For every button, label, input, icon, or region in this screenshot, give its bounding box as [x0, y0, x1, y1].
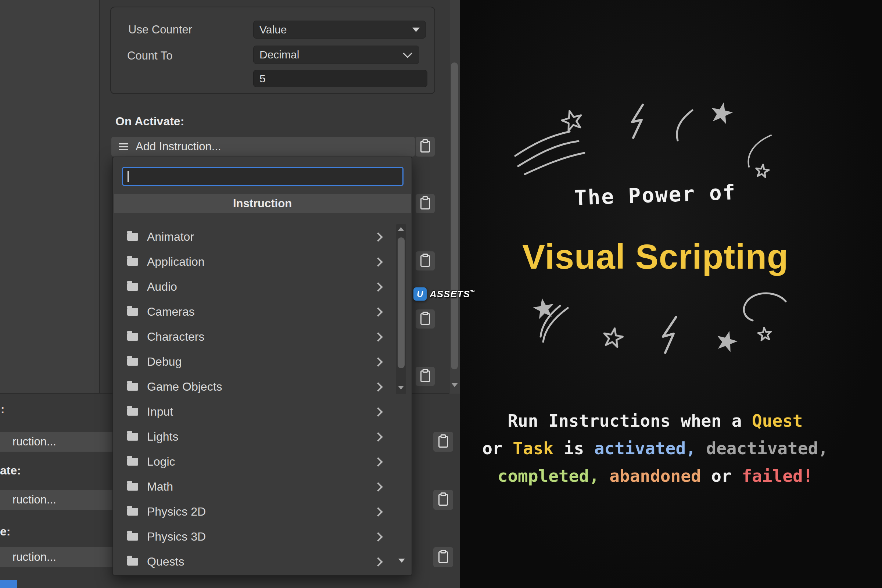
count-to-dropdown-value: Decimal [260, 48, 299, 61]
partial-deactivate-label: ate: [0, 464, 21, 477]
folder-icon [127, 433, 138, 441]
clipboard-button[interactable] [433, 490, 453, 510]
list-item-logic[interactable]: Logic [113, 449, 412, 474]
clipboard-button[interactable] [416, 367, 435, 386]
chevron-right-icon [374, 507, 382, 516]
partial-complete-label: e: [0, 525, 10, 538]
list-item-debug[interactable]: Debug [113, 349, 412, 374]
list-item-cameras[interactable]: Cameras [113, 299, 412, 324]
clipboard-icon [438, 436, 448, 448]
clipboard-icon [420, 141, 430, 153]
folder-icon [127, 358, 138, 366]
clipboard-icon [438, 494, 448, 506]
promo-tagline: The Power of [460, 176, 867, 214]
chevron-right-icon [374, 407, 382, 416]
scrollbar-down-arrow-icon[interactable] [398, 386, 404, 390]
instruction-picker-dropdown: Instruction Animator Application Audio C… [112, 156, 412, 576]
chevron-down-icon [403, 49, 412, 58]
list-item-lights[interactable]: Lights [113, 424, 412, 449]
use-counter-dropdown-value: Value [260, 24, 287, 36]
list-item-quests[interactable]: Quests [113, 549, 412, 574]
chevron-right-icon [374, 332, 382, 341]
clipboard-icon [420, 313, 430, 325]
list-item-game-objects[interactable]: Game Objects [113, 374, 412, 399]
folder-icon [127, 508, 138, 516]
unity-badge-icon: U [413, 287, 427, 301]
dropdown-triangle-icon [412, 28, 420, 32]
watermark-text: ASSETS™ [430, 288, 475, 300]
chevron-right-icon [374, 357, 382, 366]
clipboard-button[interactable] [433, 432, 453, 452]
list-item-audio[interactable]: Audio [113, 274, 412, 299]
editor-left-gutter [0, 0, 100, 394]
promo-title: Visual Scripting [460, 237, 866, 277]
list-item-input[interactable]: Input [113, 399, 412, 424]
screenshot-root: Use Counter Value Count To Decimal 5 On … [0, 0, 882, 588]
partial-add-instruction-button[interactable]: ruction... [0, 432, 117, 452]
folder-icon [127, 333, 138, 340]
list-item-characters[interactable]: Characters [113, 324, 412, 349]
selection-highlight [0, 580, 17, 588]
add-instruction-button[interactable]: Add Instruction... [111, 137, 415, 156]
list-item-application[interactable]: Application [113, 249, 412, 274]
folder-icon [127, 483, 138, 490]
promo-description-line: Run Instructions when a Quest [460, 407, 866, 435]
promo-content: The Power of Visual Scripting Run Instru… [460, 0, 866, 588]
list-item-physics-2d[interactable]: Physics 2D [113, 499, 412, 524]
clipboard-button[interactable] [416, 309, 435, 328]
clipboard-button[interactable] [433, 547, 453, 567]
inspector-scrollbar-down-arrow-icon[interactable] [451, 383, 458, 387]
chevron-right-icon [374, 482, 382, 491]
partial-section-label: : [1, 403, 4, 416]
folder-icon [127, 283, 138, 291]
add-instruction-label: Add Instruction... [136, 140, 221, 153]
promo-panel: The Power of Visual Scripting Run Instru… [460, 0, 882, 588]
instruction-category-list: Animator Application Audio Cameras Chara… [113, 224, 412, 574]
instruction-category-header: Instruction [114, 194, 411, 213]
dropdown-scrollbar[interactable] [396, 224, 406, 394]
use-counter-dropdown[interactable]: Value [253, 21, 426, 39]
clipboard-icon [420, 255, 430, 267]
chevron-right-icon [374, 382, 382, 392]
count-value-text: 5 [260, 72, 266, 85]
clipboard-icon [438, 551, 448, 563]
clipboard-button[interactable] [416, 194, 435, 213]
clipboard-icon [420, 198, 430, 210]
clipboard-button[interactable] [416, 251, 435, 270]
folder-icon [127, 258, 138, 266]
chevron-right-icon [374, 432, 382, 441]
list-item-math[interactable]: Math [113, 474, 412, 499]
clipboard-icon [420, 370, 430, 382]
chevron-right-icon [374, 457, 382, 466]
folder-icon [127, 308, 138, 316]
count-to-dropdown[interactable]: Decimal [253, 46, 419, 64]
use-counter-label: Use Counter [128, 23, 192, 36]
folder-icon [127, 233, 138, 241]
folder-icon [127, 558, 138, 566]
folder-icon [127, 408, 138, 416]
dropdown-more-below-icon [398, 559, 405, 562]
promo-description-line: completed, abandoned or failed! [460, 462, 866, 490]
on-activate-label: On Activate: [116, 115, 184, 128]
count-value-input[interactable]: 5 [253, 70, 428, 87]
partial-add-instruction-button[interactable]: ruction... [0, 490, 117, 510]
chevron-right-icon [374, 307, 382, 316]
inspector-scrollbar-thumb[interactable] [451, 63, 458, 369]
chevron-right-icon [374, 282, 382, 291]
folder-icon [127, 533, 138, 541]
chevron-right-icon [374, 532, 382, 542]
promo-description-line: or Task is activated, deactivated, [460, 435, 866, 462]
dropdown-scrollbar-thumb[interactable] [398, 237, 405, 368]
promo-description: Run Instructions when a Quest or Task is… [460, 407, 866, 490]
scrollbar-up-arrow-icon[interactable] [398, 227, 404, 231]
list-item-physics-3d[interactable]: Physics 3D [113, 524, 412, 549]
list-item-animator[interactable]: Animator [113, 224, 412, 249]
clipboard-button[interactable] [416, 137, 435, 156]
chevron-right-icon [374, 232, 382, 242]
partial-add-instruction-button[interactable]: ruction... [0, 547, 117, 567]
folder-icon [127, 458, 138, 466]
instruction-search-input[interactable] [122, 167, 404, 186]
assets-watermark: U ASSETS™ [413, 287, 475, 301]
inspector-scrollbar[interactable] [449, 0, 460, 394]
chevron-right-icon [374, 557, 382, 566]
